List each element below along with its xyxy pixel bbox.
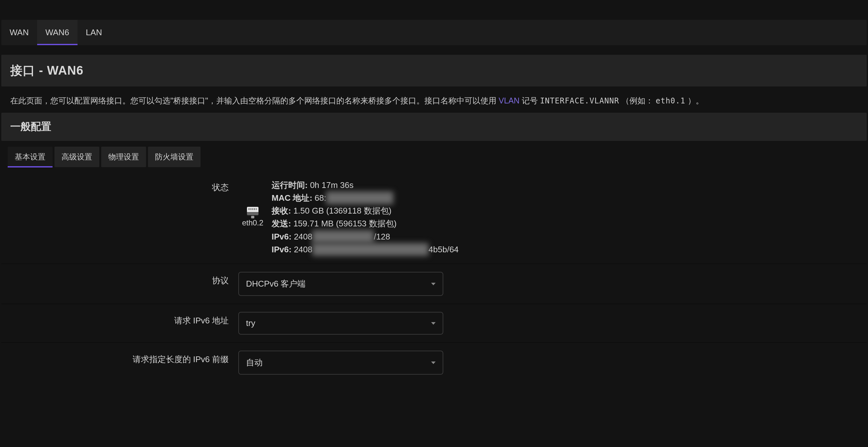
row-status: 状态 eth0.2 运行时间: 0h 17m 36s MAC 地址: 68:DB… [1, 167, 867, 264]
uptime-value: 0h 17m 36s [310, 180, 353, 190]
ipv6b-blurred: :xxxx:xxxx:xxxx:xxxx:xxxx:xxxx: [312, 243, 429, 256]
tab-basic[interactable]: 基本设置 [8, 147, 53, 167]
mac-blurred: DB:DB:DB:DB:DB [326, 191, 393, 204]
tab-wan6[interactable]: WAN6 [37, 20, 78, 45]
rx-value: 1.50 GB (1369118 数据包) [293, 206, 392, 216]
reqprefix-select[interactable]: 自动 [238, 351, 443, 375]
chevron-down-icon [431, 283, 436, 285]
ipv6a-suffix: /128 [374, 232, 390, 242]
vlan-link[interactable]: VLAN [499, 96, 520, 105]
nic-icon [247, 207, 258, 215]
tx-key: 发送: [272, 219, 291, 228]
protocol-label: 协议 [97, 272, 238, 286]
status-details: 运行时间: 0h 17m 36s MAC 地址: 68:DB:DB:DB:DB:… [272, 179, 459, 256]
ipv6b-prefix: 2408 [294, 245, 312, 254]
ipv6a-prefix: 2408 [294, 232, 312, 242]
chevron-down-icon [431, 361, 436, 364]
mac-prefix: 68: [314, 193, 326, 203]
reqprefix-value: 自动 [246, 357, 262, 368]
title-bar: 接口 - WAN6 [1, 55, 867, 87]
desc-text-post2: （例如： [621, 96, 653, 105]
status-interface-name: eth0.2 [242, 218, 264, 227]
ipv6b-key: IPv6: [272, 245, 291, 254]
rx-key: 接收: [272, 206, 291, 216]
tab-physical[interactable]: 物理设置 [101, 147, 146, 167]
desc-text-post3: ）。 [688, 96, 704, 105]
row-reqprefix: 请求指定长度的 IPv6 前缀 自动 [1, 343, 867, 382]
interface-tabs: WAN WAN6 LAN [1, 20, 867, 45]
desc-code-iface: INTERFACE.VLANNR [540, 96, 619, 105]
desc-code-example: eth0.1 [656, 96, 685, 105]
tab-advanced[interactable]: 高级设置 [55, 147, 99, 167]
ipv6a-key: IPv6: [272, 232, 291, 242]
row-protocol: 协议 DHCPv6 客户端 [1, 264, 867, 304]
desc-text-post1: 记号 [522, 96, 538, 105]
protocol-select[interactable]: DHCPv6 客户端 [238, 272, 443, 296]
reqprefix-label: 请求指定长度的 IPv6 前缀 [97, 351, 238, 365]
protocol-value: DHCPv6 客户端 [246, 278, 306, 289]
chevron-down-icon [431, 322, 436, 325]
config-tabs: 基本设置 高级设置 物理设置 防火墙设置 [1, 141, 867, 167]
uptime-key: 运行时间: [272, 180, 308, 190]
page-description: 在此页面，您可以配置网络接口。您可以勾选"桥接接口"，并输入由空格分隔的多个网络… [1, 87, 867, 113]
reqaddr-value: try [246, 318, 255, 328]
desc-text-pre: 在此页面，您可以配置网络接口。您可以勾选"桥接接口"，并输入由空格分隔的多个网络… [10, 96, 496, 105]
status-interface-badge: eth0.2 [238, 207, 267, 227]
mac-key: MAC 地址: [272, 193, 312, 203]
reqaddr-label: 请求 IPv6 地址 [97, 312, 238, 326]
tab-wan[interactable]: WAN [1, 20, 37, 45]
row-reqaddr: 请求 IPv6 地址 try [1, 304, 867, 343]
tx-value: 159.71 MB (596153 数据包) [293, 219, 397, 228]
status-label: 状态 [97, 179, 238, 193]
page-title: 接口 - WAN6 [10, 62, 858, 79]
tab-lan[interactable]: LAN [78, 20, 111, 45]
tab-firewall[interactable]: 防火墙设置 [148, 147, 200, 167]
section-general-config: 一般配置 [1, 113, 867, 141]
ipv6a-blurred: :xxxx:xxxx:xxxx:: [312, 230, 374, 243]
ipv6b-suffix: 4b5b/64 [429, 245, 459, 254]
reqaddr-select[interactable]: try [238, 312, 443, 334]
